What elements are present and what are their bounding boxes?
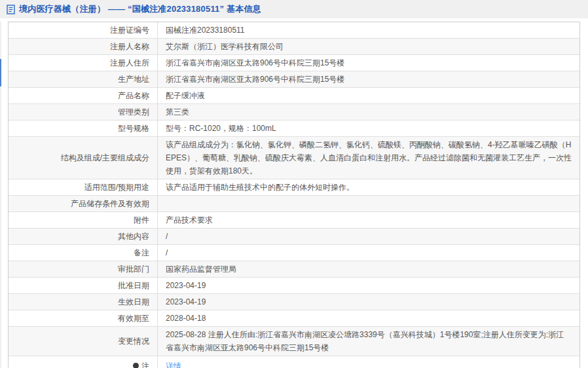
row-value: 型号：RC-1020，规格：100mL [157, 120, 579, 136]
row-label-text: 变更情况 [118, 335, 149, 348]
row-label: 有效期至 [9, 310, 157, 326]
table-row: 变更情况2025-08-28 注册人住所由:浙江省嘉兴市南湖区凌公塘路3339号… [9, 326, 579, 356]
row-label-text: 其他内容 [118, 230, 149, 243]
page-title: 境内医疗器械（注册） —— “国械注准20233180511” 基本信息 [19, 3, 261, 15]
row-label-text: 产品储存条件及有效期 [71, 197, 149, 210]
row-value: 2023-04-19 [157, 294, 579, 310]
row-value-text: 产品技术要求 [166, 213, 213, 227]
table-row: 生产地址浙江省嘉兴市南湖区亚太路906号中科院三期15号楼 [9, 71, 579, 87]
row-label: 生产地址 [9, 71, 157, 87]
row-value: 2028-04-18 [157, 310, 579, 326]
row-value: / [157, 229, 579, 244]
row-label: 附件 [9, 212, 157, 228]
row-value: 国械注准20233180511 [157, 22, 579, 38]
row-value-text: 浙江省嘉兴市南湖区亚太路906号中科院三期15号楼 [166, 56, 344, 69]
row-label-text: 备注 [134, 246, 149, 259]
row-value: 详情 [157, 356, 579, 368]
document-icon [7, 5, 15, 14]
lightbulb-icon [133, 363, 139, 368]
row-value-text: 2023-04-19 [166, 295, 206, 308]
row-value: 产品技术要求 [157, 212, 579, 228]
table-row: 审批部门国家药品监督管理局 [9, 261, 579, 277]
table-row: 结构及组成/主要组成成分该产品组成成分为：氯化钠、氯化钾、磷酸二氢钾、氯化钙、硫… [9, 136, 579, 179]
row-label: 审批部门 [9, 261, 157, 277]
row-label: 注册人名称 [9, 39, 157, 54]
row-value: / [157, 245, 579, 261]
page-header: 境内医疗器械（注册） —— “国械注准20233180511” 基本信息 [0, 0, 588, 18]
table-row: 备注/ [9, 244, 579, 261]
row-value-text: 该产品组成成分为：氯化钠、氯化钾、磷酸二氢钾、氯化钙、硫酸镁、丙酮酸钠、碳酸氢钠… [166, 140, 572, 175]
info-table: 注册证编号国械注准20233180511注册人名称艾尔斯（浙江）医学科技有限公司… [8, 22, 580, 368]
row-label: 其他内容 [9, 229, 157, 244]
row-value: 配子缓冲液 [157, 88, 579, 103]
row-value-text: 国家药品监督管理局 [166, 263, 236, 276]
row-value-text: 2025-08-28 注册人住所由:浙江省嘉兴市南湖区凌公塘路3339号（嘉兴科… [166, 330, 564, 352]
table-row: 适用范围/预期用途该产品适用于辅助生殖技术中的配子的体外短时操作。 [9, 179, 579, 195]
row-label: 管理类别 [9, 104, 157, 120]
row-value-text: / [166, 230, 168, 243]
table-row: 注详情 [9, 356, 579, 368]
table-row: 注册证编号国械注准20233180511 [9, 22, 579, 38]
table-row: 注册人住所浙江省嘉兴市南湖区亚太路906号中科院三期15号楼 [9, 54, 579, 71]
row-value: 第三类 [157, 104, 579, 120]
row-label-text: 注册人住所 [110, 56, 149, 69]
row-value-text: 浙江省嘉兴市南湖区亚太路906号中科院三期15号楼 [166, 73, 344, 86]
table-row: 注册人名称艾尔斯（浙江）医学科技有限公司 [9, 38, 579, 54]
row-label-text: 生产地址 [118, 73, 149, 86]
row-label-text: 有效期至 [118, 312, 149, 325]
row-label: 变更情况 [9, 327, 157, 356]
row-label: 备注 [9, 245, 157, 261]
row-value-text: 2028-04-18 [166, 312, 206, 325]
row-value: 艾尔斯（浙江）医学科技有限公司 [157, 39, 579, 54]
table-row: 产品名称配子缓冲液 [9, 87, 579, 103]
row-value: 该产品适用于辅助生殖技术中的配子的体外短时操作。 [157, 179, 579, 195]
row-label-text: 产品名称 [118, 89, 149, 102]
row-value: 2025-08-28 注册人住所由:浙江省嘉兴市南湖区凌公塘路3339号（嘉兴科… [157, 327, 579, 356]
table-row: 其他内容/ [9, 228, 579, 244]
table-row: 有效期至2028-04-18 [9, 310, 579, 326]
table-row: 产品储存条件及有效期 [9, 195, 579, 212]
row-label: 生效日期 [9, 294, 157, 310]
row-label: 注册人住所 [9, 55, 157, 71]
table-row: 管理类别第三类 [9, 103, 579, 120]
row-value-text: 型号：RC-1020，规格：100mL [166, 122, 276, 135]
row-value: 国家药品监督管理局 [157, 261, 579, 277]
row-label: 注册证编号 [9, 22, 157, 38]
row-label-text: 批准日期 [118, 279, 149, 292]
row-value [157, 196, 579, 212]
row-value-text: 国械注准20233180511 [166, 24, 245, 37]
row-label-text: 管理类别 [118, 105, 149, 119]
row-label-text: 适用范围/预期用途 [84, 181, 149, 194]
row-value-text: 2023-04-19 [166, 279, 206, 292]
row-value: 浙江省嘉兴市南湖区亚太路906号中科院三期15号楼 [157, 71, 579, 87]
row-value-text: 配子缓冲液 [166, 89, 205, 102]
row-value-text: 第三类 [166, 105, 189, 119]
row-label-text: 结构及组成/主要组成成分 [61, 151, 149, 164]
row-label: 产品名称 [9, 88, 157, 103]
row-label-text: 注 [141, 359, 149, 368]
row-label-text: 注册人名称 [110, 40, 149, 53]
table-row: 生效日期2023-04-19 [9, 293, 579, 310]
row-label: 批准日期 [9, 278, 157, 293]
row-label-text: 型号规格 [118, 122, 149, 135]
row-value: 该产品组成成分为：氯化钠、氯化钾、磷酸二氢钾、氯化钙、硫酸镁、丙酮酸钠、碳酸氢钠… [157, 137, 579, 179]
table-row: 批准日期2023-04-19 [9, 277, 579, 293]
row-value: 2023-04-19 [157, 278, 579, 293]
details-link[interactable]: 详情 [166, 359, 181, 368]
row-label: 型号规格 [9, 120, 157, 136]
row-value-text: 艾尔斯（浙江）医学科技有限公司 [166, 40, 284, 53]
table-row: 附件产品技术要求 [9, 212, 579, 228]
row-label: 适用范围/预期用途 [9, 179, 157, 195]
row-label-text: 附件 [134, 213, 149, 227]
row-label: 产品储存条件及有效期 [9, 196, 157, 212]
row-label: 结构及组成/主要组成成分 [9, 137, 157, 179]
row-label: 注 [9, 356, 157, 368]
row-label-text: 生效日期 [118, 295, 149, 308]
row-value-text: / [166, 246, 168, 259]
row-label-text: 注册证编号 [110, 24, 149, 37]
scrollbar-thumb[interactable] [0, 59, 1, 86]
table-row: 型号规格型号：RC-1020，规格：100mL [9, 120, 579, 136]
row-value: 浙江省嘉兴市南湖区亚太路906号中科院三期15号楼 [157, 55, 579, 71]
row-value-text: 该产品适用于辅助生殖技术中的配子的体外短时操作。 [166, 181, 354, 194]
row-label-text: 审批部门 [118, 263, 149, 276]
